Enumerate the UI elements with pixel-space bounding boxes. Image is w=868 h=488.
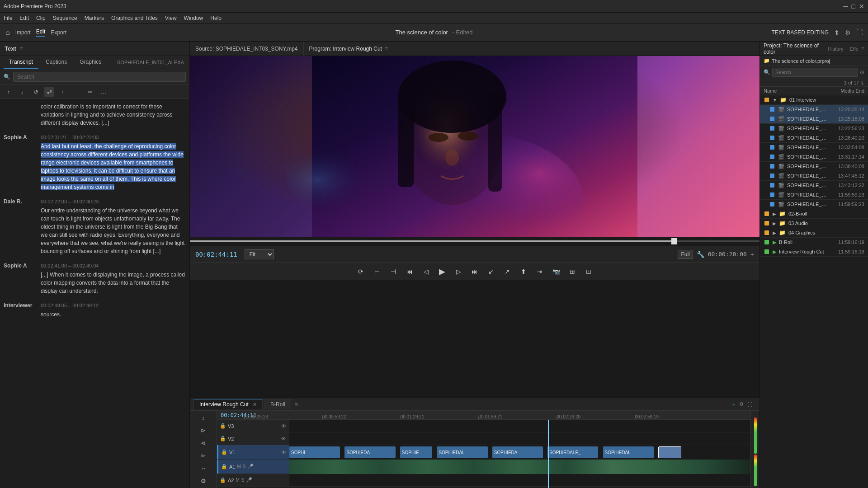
- play-button[interactable]: ▶: [436, 265, 448, 278]
- project-item-folder-01[interactable]: ▼ 📁 01 Interview: [760, 95, 868, 105]
- timeline-tab-menu[interactable]: ≡: [295, 401, 298, 408]
- project-item-folder-04[interactable]: ▶ 📁 04 Graphics: [760, 228, 868, 238]
- go-to-in-button[interactable]: ⏮: [403, 265, 416, 278]
- clip-v1-6[interactable]: SOPHIEDALE_: [547, 446, 598, 458]
- project-item-folder-03[interactable]: ▶ 📁 03 Audio: [760, 219, 868, 228]
- tab-transcript[interactable]: Transcript: [4, 56, 38, 69]
- step-forward-button[interactable]: ▷: [452, 265, 465, 278]
- track-content-v1[interactable]: SOPHI SOPHIEDA SOPHIE SOPHIEDAL SOPHIEDA…: [289, 445, 750, 460]
- remove-button[interactable]: −: [71, 87, 81, 97]
- add-marker-icon[interactable]: +: [750, 251, 754, 258]
- full-dropdown[interactable]: Full: [678, 250, 693, 259]
- add-track-button[interactable]: +: [732, 401, 736, 408]
- menu-edit[interactable]: Edit: [19, 15, 29, 21]
- extract-button[interactable]: ⇥: [533, 265, 546, 278]
- pen-tool[interactable]: ✏: [198, 450, 209, 461]
- overwrite-button[interactable]: ↗: [501, 265, 514, 278]
- timeline-tab-broll[interactable]: B-Roll: [264, 399, 291, 409]
- timeline-tab-interview[interactable]: Interview Rough Cut ✕: [193, 399, 263, 409]
- project-item-int02c[interactable]: 🎬 SOPHIEDALE_INT02_C 13:33:54:08: [760, 143, 868, 152]
- preview-scrubber[interactable]: [190, 237, 760, 246]
- tab-captions[interactable]: Captions: [40, 56, 72, 69]
- folder-expand-01[interactable]: ▼: [773, 98, 777, 103]
- project-effects-tab[interactable]: Effe: [850, 46, 859, 52]
- panel-expand-button[interactable]: ⛶: [747, 402, 752, 407]
- menu-window[interactable]: Window: [184, 15, 203, 21]
- add-button[interactable]: +: [58, 87, 68, 97]
- project-item-int01a[interactable]: 🎬 SOPHIEDALE_INT01_A 13:20:35:14: [760, 105, 868, 114]
- refresh-button[interactable]: ↺: [31, 87, 41, 97]
- track-select-tool[interactable]: ↕: [198, 413, 209, 423]
- clip-v1-1[interactable]: SOPHI: [289, 446, 340, 458]
- import-button[interactable]: Import: [15, 29, 31, 36]
- project-item-folder-02[interactable]: ▶ 📁 02-B-roll: [760, 209, 868, 219]
- project-item-int01ip[interactable]: 🎬 SOPHIEDALE_INT01_IP 11:59:59:23: [760, 190, 868, 200]
- program-monitor-menu[interactable]: ≡: [385, 46, 388, 52]
- menu-help[interactable]: Help: [210, 15, 222, 21]
- lock-v1[interactable]: 🔒: [221, 449, 227, 455]
- menu-view[interactable]: View: [165, 15, 177, 21]
- timeline-settings[interactable]: ⚙: [198, 475, 209, 486]
- project-item-int03a[interactable]: 🎬 SOPHIEDALE_INT03_A 13:38:40:08: [760, 162, 868, 171]
- folder-expand-02[interactable]: ▶: [773, 211, 776, 216]
- more-options-button[interactable]: …: [99, 87, 108, 97]
- export-frame-button[interactable]: 📷: [550, 265, 562, 278]
- text-based-editing-button[interactable]: TEXT BASED EDITING: [772, 29, 829, 36]
- close-button[interactable]: ✕: [859, 3, 864, 10]
- timeline-tab-interview-close[interactable]: ✕: [253, 402, 257, 407]
- lock-a2[interactable]: 🔒: [220, 477, 226, 483]
- menu-markers[interactable]: Markers: [85, 15, 104, 21]
- track-a1-m[interactable]: M: [237, 464, 241, 469]
- project-item-broll-seq[interactable]: ▶ B-Roll 11:59:16:19: [760, 238, 868, 247]
- loop-button[interactable]: ⟳: [354, 265, 367, 278]
- lift-button[interactable]: ⬆: [517, 265, 530, 278]
- in-point-button[interactable]: ⊢: [371, 265, 383, 278]
- out-point-button[interactable]: ⊣: [387, 265, 400, 278]
- insert-button[interactable]: ↙: [485, 265, 497, 278]
- home-button[interactable]: ⌂: [5, 28, 10, 37]
- clip-v1-5[interactable]: SOPHIEDA: [492, 446, 543, 458]
- edit-button[interactable]: Edit: [36, 28, 46, 37]
- transcript-menu-icon[interactable]: ≡: [20, 46, 23, 52]
- search-input[interactable]: [13, 72, 186, 82]
- project-panel-menu[interactable]: ≡: [861, 46, 864, 52]
- scrub-thumb[interactable]: [671, 238, 677, 244]
- project-item-int03s[interactable]: 🎬 SOPHIEDALE_INT03_S 13:43:12:22: [760, 181, 868, 190]
- clip-v1-2[interactable]: SOPHIEDA: [344, 446, 395, 458]
- project-item-interview-seq[interactable]: ▶ Interview Rough Cut 11:59:16:19: [760, 247, 868, 257]
- folder-expand-04[interactable]: ▶: [773, 230, 776, 235]
- share-icon[interactable]: ⬆: [834, 29, 840, 36]
- clip-v1-3[interactable]: SOPHIE: [400, 446, 432, 458]
- clip-v1-7[interactable]: SOPHIEDAL: [603, 446, 654, 458]
- track-a1-s[interactable]: S: [243, 464, 246, 469]
- project-item-int01s[interactable]: 🎬 SOPHIEDALE_INT01_S 13:22:56:23: [760, 124, 868, 133]
- track-content-a1[interactable]: [289, 460, 750, 474]
- maximize-button[interactable]: □: [852, 3, 855, 10]
- menu-clip[interactable]: Clip: [36, 15, 46, 21]
- settings-icon[interactable]: ⚙: [845, 29, 851, 36]
- track-v3-eye[interactable]: 👁: [281, 423, 286, 429]
- transcript-text-1[interactable]: And last but not least, the challenge of…: [41, 142, 186, 191]
- clip-v1-4[interactable]: SOPHIEDAL: [437, 446, 487, 458]
- menu-file[interactable]: File: [4, 15, 12, 21]
- sync-button[interactable]: ⇄: [44, 87, 54, 97]
- export-button[interactable]: Export: [51, 29, 66, 36]
- compare-button[interactable]: ⊡: [582, 265, 595, 278]
- project-item-int03c[interactable]: 🎬 SOPHIEDALE_INT03_C 13:47:45:12: [760, 171, 868, 181]
- track-a2-s[interactable]: S: [241, 478, 245, 483]
- expand-icon[interactable]: ⛶: [856, 29, 863, 36]
- track-v2-eye[interactable]: 👁: [281, 436, 286, 441]
- step-back-button[interactable]: ◁: [420, 265, 432, 278]
- timeline-settings-button[interactable]: ⚙: [739, 401, 744, 407]
- project-item-int02s[interactable]: 🎬 SOPHIEDALE_INT02_S 13:31:17:14: [760, 152, 868, 162]
- project-item-int02a[interactable]: 🎬 SOPHIEDALE_INT02_A 13:28:40:20: [760, 133, 868, 143]
- project-search-submit[interactable]: ⊙: [860, 69, 864, 75]
- fit-dropdown[interactable]: Fit 25% 50% 100%: [245, 249, 274, 259]
- track-a2-m[interactable]: M: [236, 478, 239, 483]
- multi-cam-button[interactable]: ⊞: [566, 265, 579, 278]
- menu-graphics[interactable]: Graphics and Titles: [111, 15, 158, 21]
- project-item-int03ip[interactable]: 🎬 SOPHIEDALE_INT03_IP 11:59:59:23: [760, 200, 868, 209]
- minimize-button[interactable]: ─: [844, 3, 848, 10]
- lock-v2[interactable]: 🔒: [220, 436, 226, 441]
- folder-expand-03[interactable]: ▶: [773, 221, 776, 226]
